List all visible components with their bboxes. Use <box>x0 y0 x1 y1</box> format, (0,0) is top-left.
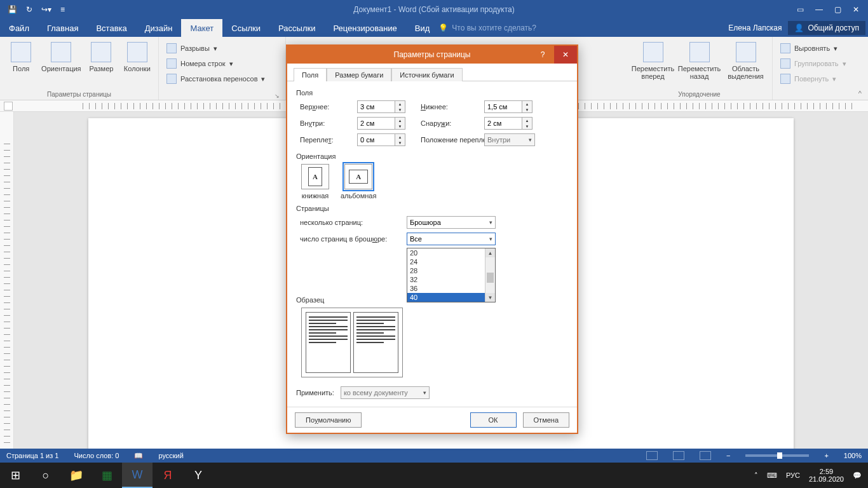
tab-review[interactable]: Рецензирование <box>324 19 405 37</box>
input-bottom[interactable]: ▲▼ <box>484 100 541 113</box>
zoom-in-icon[interactable]: + <box>824 452 828 459</box>
minimize-icon[interactable]: ― <box>815 5 823 14</box>
orientation-button[interactable]: Ориентация <box>39 39 83 72</box>
send-backward-button[interactable]: Переместить назад <box>677 39 722 80</box>
start-button[interactable]: ⊞ <box>0 463 31 488</box>
ok-button[interactable]: ОК <box>470 412 517 428</box>
sheets-option[interactable]: 28 <box>407 266 495 275</box>
qat-customize-icon[interactable]: ≡ <box>60 5 65 14</box>
margins-button[interactable]: Поля <box>4 39 38 72</box>
collapse-ribbon-icon[interactable]: ^ <box>858 90 862 97</box>
tray-chevron-icon[interactable]: ˄ <box>754 471 758 480</box>
zoom-slider[interactable] <box>745 454 809 457</box>
tab-mailings[interactable]: Рассылки <box>269 19 324 37</box>
input-gutter[interactable]: ▲▼ <box>357 133 414 146</box>
status-language[interactable]: русский <box>158 452 183 459</box>
taskbar: ⊞ ○ 📁 ▦ W Я Y ˄ ⌨ РУС 2:59 21.09.2020 💬 <box>0 463 868 488</box>
tab-references[interactable]: Ссылки <box>222 19 269 37</box>
dialog-tab-source[interactable]: Источник бумаги <box>391 68 462 81</box>
combo-apply[interactable]: ко всему документу <box>341 386 430 399</box>
label-gutter-pos: Положение переплета: <box>421 136 478 144</box>
zoom-value[interactable]: 100% <box>844 452 862 459</box>
cancel-button[interactable]: Отмена <box>523 412 569 428</box>
tray-clock[interactable]: 2:59 21.09.2020 <box>809 468 844 483</box>
label-bottom: Нижнее: <box>421 103 478 111</box>
status-page[interactable]: Страница 1 из 1 <box>6 452 58 459</box>
input-inside[interactable]: ▲▼ <box>357 117 414 130</box>
task-word[interactable]: W <box>122 463 153 488</box>
align-button[interactable]: Выровнять ▾ <box>778 42 863 55</box>
sheets-option[interactable]: 20 <box>407 248 495 257</box>
undo-icon[interactable]: ↻ <box>26 5 32 14</box>
selection-pane-button[interactable]: Область выделения <box>723 39 768 80</box>
bring-forward-button[interactable]: Переместить вперед <box>630 39 675 80</box>
dropdown-scrollbar[interactable]: ▲▼ <box>485 248 495 302</box>
dialog-title: Параметры страницы <box>394 50 471 59</box>
view-read-icon[interactable] <box>646 451 658 460</box>
tab-home[interactable]: Главная <box>38 19 87 37</box>
columns-button[interactable]: Колонки <box>120 39 154 72</box>
tray-language[interactable]: РУС <box>786 471 800 479</box>
close-icon[interactable]: ✕ <box>853 5 859 14</box>
user-name[interactable]: Елена Лапская <box>728 24 782 32</box>
breaks-button[interactable]: Разрывы ▾ <box>164 42 280 55</box>
redo-icon[interactable]: ↪▾ <box>41 5 51 14</box>
page-setup-launcher-icon[interactable]: ↘ <box>275 93 281 99</box>
sheets-option[interactable]: 40 <box>407 293 495 302</box>
tray-keyboard-icon[interactable]: ⌨ <box>767 471 777 480</box>
tab-insert[interactable]: Вставка <box>87 19 135 37</box>
maximize-icon[interactable]: ▢ <box>834 5 841 14</box>
hyphenation-button[interactable]: Расстановка переносов ▾ <box>164 72 280 85</box>
ribbon-tabs: Файл Главная Вставка Дизайн Макет Ссылки… <box>0 19 868 37</box>
tell-me-search[interactable]: 💡Что вы хотите сделать? <box>438 19 536 37</box>
combo-sheets[interactable]: Все <box>407 233 496 245</box>
orientation-portrait[interactable]: A книжная <box>301 164 329 200</box>
tab-design[interactable]: Дизайн <box>136 19 182 37</box>
label-inside: Внутри: <box>300 119 351 127</box>
combo-multipages[interactable]: Брошюра <box>407 216 496 229</box>
dialog-close-icon[interactable]: ✕ <box>554 46 577 64</box>
task-explorer[interactable]: 📁 <box>61 463 92 488</box>
input-top[interactable]: ▲▼ <box>357 100 414 113</box>
section-pages-label: Страницы <box>296 205 568 212</box>
sheets-option[interactable]: 32 <box>407 275 495 284</box>
save-icon[interactable]: 💾 <box>8 5 17 14</box>
default-button[interactable]: По умолчанию <box>295 412 362 428</box>
orientation-landscape[interactable]: A альбомная <box>341 164 376 200</box>
dialog-tab-fields[interactable]: Поля <box>294 68 327 81</box>
lightbulb-icon: 💡 <box>438 24 448 32</box>
ribbon-options-icon[interactable]: ▭ <box>797 5 804 14</box>
rotate-button[interactable]: Повернуть ▾ <box>778 72 863 85</box>
share-button[interactable]: 👤Общий доступ <box>788 21 865 35</box>
tray-notifications-icon[interactable]: 💬 <box>853 471 862 480</box>
ruler-vertical[interactable] <box>0 112 14 463</box>
zoom-out-icon[interactable]: − <box>726 452 730 459</box>
status-proofing-icon[interactable]: 📖 <box>134 452 143 460</box>
task-yandex[interactable]: Я <box>153 463 183 488</box>
input-outside[interactable]: ▲▼ <box>484 117 541 130</box>
task-browser[interactable]: Y <box>183 463 214 488</box>
page-setup-dialog: Параметры страницы ? ✕ Поля Размер бумаг… <box>286 44 578 434</box>
line-numbers-button[interactable]: Номера строк ▾ <box>164 57 280 70</box>
group-objects-button[interactable]: Группировать ▾ <box>778 57 863 70</box>
section-orientation-label: Ориентация <box>296 152 568 160</box>
tab-layout[interactable]: Макет <box>181 19 222 37</box>
status-words[interactable]: Число слов: 0 <box>74 452 119 459</box>
task-excel[interactable]: ▦ <box>92 463 122 488</box>
dialog-help-icon[interactable]: ? <box>531 46 554 64</box>
label-apply: Применить: <box>296 389 334 396</box>
view-web-icon[interactable] <box>700 451 711 460</box>
label-top: Верхнее: <box>300 103 351 111</box>
tab-file[interactable]: Файл <box>0 19 38 37</box>
sheets-option[interactable]: 36 <box>407 284 495 293</box>
combo-gutter-pos: Внутри <box>484 133 535 146</box>
view-print-icon[interactable] <box>673 451 684 460</box>
dialog-tab-paper[interactable]: Размер бумаги <box>327 68 391 81</box>
tab-view[interactable]: Вид <box>406 19 439 37</box>
size-button[interactable]: Размер <box>84 39 118 72</box>
sample-preview <box>301 308 403 377</box>
ruler-corner[interactable] <box>4 102 13 111</box>
sheets-option[interactable]: 24 <box>407 257 495 266</box>
person-icon: 👤 <box>794 24 804 32</box>
task-yandex-circle[interactable]: ○ <box>31 463 61 488</box>
